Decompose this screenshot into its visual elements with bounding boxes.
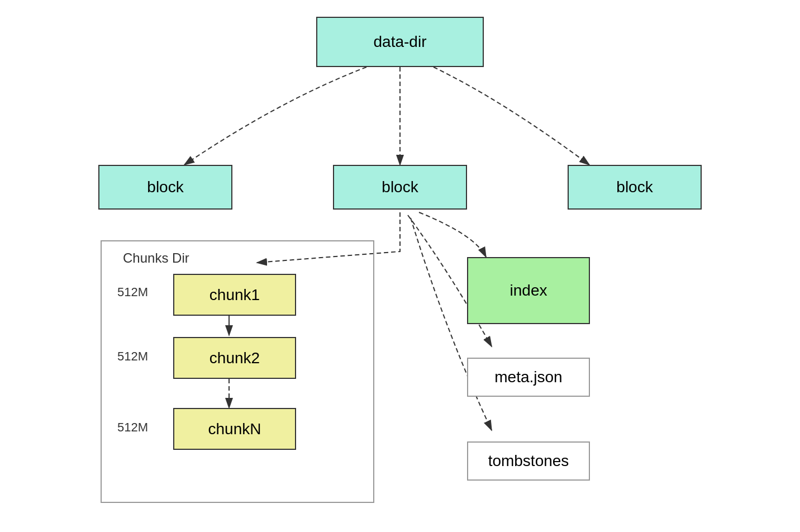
index-label: index bbox=[510, 282, 547, 300]
block-left-label: block bbox=[147, 178, 183, 196]
block-right-label: block bbox=[616, 178, 653, 196]
meta-json-label: meta.json bbox=[494, 368, 562, 386]
size-label-1: 512M bbox=[117, 285, 148, 300]
block-left-node: block bbox=[98, 165, 232, 210]
chunkN-node: chunkN bbox=[173, 408, 296, 450]
tombstones-node: tombstones bbox=[467, 441, 590, 481]
data-dir-node: data-dir bbox=[316, 17, 484, 67]
diagram-container: data-dir block block block Chunks Dir 51… bbox=[0, 0, 800, 532]
block-center-label: block bbox=[382, 178, 418, 196]
chunk1-label: chunk1 bbox=[209, 286, 260, 304]
chunk2-node: chunk2 bbox=[173, 337, 296, 379]
data-dir-label: data-dir bbox=[374, 33, 427, 51]
chunks-dir-label: Chunks Dir bbox=[123, 250, 189, 266]
size-label-2: 512M bbox=[117, 349, 148, 364]
chunkN-label: chunkN bbox=[208, 420, 261, 438]
chunk1-node: chunk1 bbox=[173, 274, 296, 316]
size-label-3: 512M bbox=[117, 420, 148, 435]
chunk2-label: chunk2 bbox=[209, 349, 260, 367]
meta-json-node: meta.json bbox=[467, 358, 590, 397]
index-node: index bbox=[467, 257, 590, 324]
block-right-node: block bbox=[568, 165, 702, 210]
block-center-node: block bbox=[333, 165, 467, 210]
tombstones-label: tombstones bbox=[488, 452, 569, 470]
